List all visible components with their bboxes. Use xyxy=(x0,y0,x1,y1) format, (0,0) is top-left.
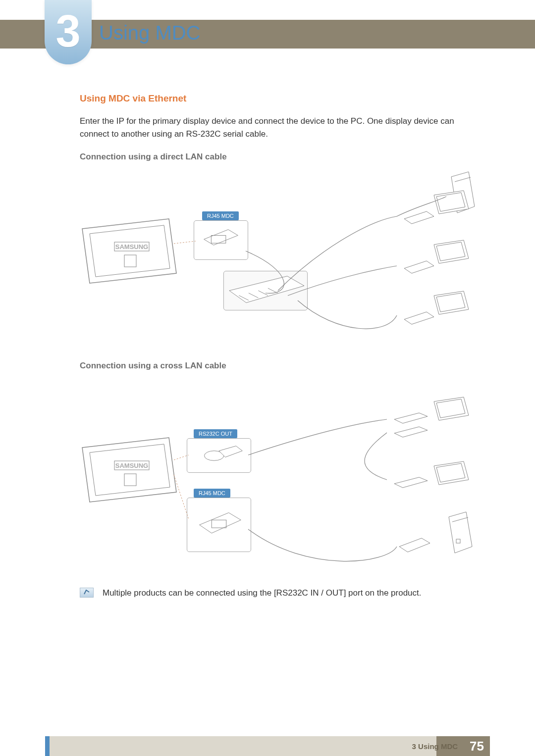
diagram1-connections xyxy=(80,167,481,350)
footer-accent xyxy=(45,736,50,756)
chapter-number: 3 xyxy=(55,9,80,53)
sub-heading-1: Connection using a direct LAN cable xyxy=(80,152,481,162)
footer: 3 Using MDC 75 xyxy=(0,736,535,756)
intro-text: Enter the IP for the primary display dev… xyxy=(80,115,481,141)
footer-bar: 3 Using MDC 75 xyxy=(45,736,490,756)
footer-page: 75 xyxy=(470,739,484,754)
svg-line-23 xyxy=(174,241,196,244)
note-icon xyxy=(80,588,94,598)
note-row: Multiple products can be connected using… xyxy=(80,587,481,600)
section-heading: Using MDC via Ethernet xyxy=(80,93,481,104)
note-text: Multiple products can be connected using… xyxy=(103,587,422,600)
diagram2-connections xyxy=(80,376,481,579)
diagram-cross-lan: SAMSUNG RS232C OUT RJ45 MDC xyxy=(80,376,481,579)
svg-line-45 xyxy=(174,475,189,519)
diagram-direct-lan: SAMSUNG RJ45 MDC xyxy=(80,167,481,350)
chapter-title: Using MDC xyxy=(99,22,200,44)
sub-heading-2: Connection using a cross LAN cable xyxy=(80,361,481,371)
content-area: Using MDC via Ethernet Enter the IP for … xyxy=(80,93,481,599)
svg-line-44 xyxy=(174,455,189,460)
footer-label: 3 Using MDC xyxy=(412,742,458,751)
chapter-badge: 3 xyxy=(45,0,92,64)
